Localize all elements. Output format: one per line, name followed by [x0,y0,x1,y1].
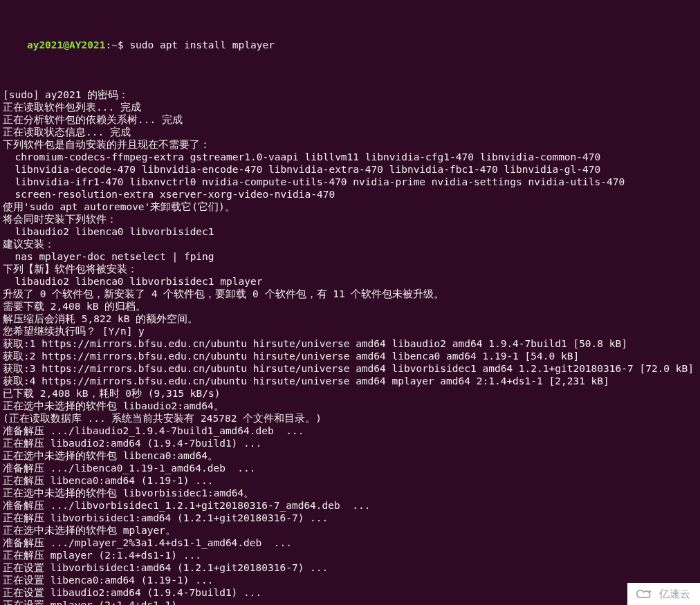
output-line: 正在设置 libvorbisidec1:amd64 (1.2.1+git2018… [3,561,697,574]
command-text: sudo apt install mplayer [129,39,275,50]
output-line: 正在解压 libenca0:amd64 (1.19-1) ... [3,474,697,487]
output-line: 准备解压 .../libvorbisidec1_1.2.1+git2018031… [3,499,697,512]
terminal-output: [sudo] ay2021 的密码：正在读取软件包列表... 完成正在分析软件包… [3,89,697,605]
cloud-icon [634,587,655,601]
output-line: 准备解压 .../libenca0_1.19-1_amd64.deb ... [3,462,697,474]
output-line: (正在读取数据库 ... 系统当前共安装有 245782 个文件和目录。) [3,412,697,425]
output-line: 准备解压 .../libaudio2_1.9.4-7build1_amd64.d… [3,425,697,437]
svg-point-0 [649,590,651,593]
prompt-at: @ [63,39,69,50]
prompt-path: ~ [111,39,118,50]
output-line: 您希望继续执行吗？ [Y/n] y [3,325,697,337]
output-line: 正在选中未选择的软件包 libvorbisidec1:amd64。 [3,487,697,499]
output-line: 正在解压 mplayer (2:1.4+ds1-1) ... [3,549,697,561]
prompt-dollar: $ [118,39,129,50]
output-line: 正在解压 libaudio2:amd64 (1.9.4-7build1) ... [3,437,697,449]
output-line: libaudio2 libenca0 libvorbisidec1 mplaye… [3,275,697,288]
output-line: 正在分析软件包的依赖关系树... 完成 [3,113,697,126]
terminal[interactable]: ay2021@AY2021:~$ sudo apt install mplaye… [0,0,700,605]
output-line: 正在选中未选择的软件包 mplayer。 [3,524,697,537]
output-line: 解压缩后会消耗 5,822 kB 的额外空间。 [3,313,697,325]
output-line: 下列软件包是自动安装的并且现在不需要了： [3,138,697,151]
output-line: 获取:4 https://mirrors.bfsu.edu.cn/ubuntu … [3,375,697,387]
output-line: 获取:2 https://mirrors.bfsu.edu.cn/ubuntu … [3,350,697,362]
prompt-line-1: ay2021@AY2021:~$ sudo apt install mplaye… [3,26,697,64]
output-line: libnvidia-ifr1-470 libxnvctrl0 nvidia-co… [3,176,697,188]
output-line: libaudio2 libenca0 libvorbisidec1 [3,225,697,238]
output-line: libnvidia-decode-470 libnvidia-encode-47… [3,163,697,176]
output-line: screen-resolution-extra xserver-xorg-vid… [3,188,697,201]
output-line: 将会同时安装下列软件： [3,213,697,225]
output-line: 需要下载 2,408 kB 的归档。 [3,300,697,313]
output-line: 已下载 2,408 kB，耗时 0秒 (9,315 kB/s) [3,387,697,400]
output-line: 正在选中未选择的软件包 libenca0:amd64。 [3,449,697,462]
output-line: 使用'sudo apt autoremove'来卸载它(它们)。 [3,201,697,213]
output-line: 正在读取软件包列表... 完成 [3,101,697,113]
watermark: 亿速云 [627,583,700,605]
output-line: 下列【新】软件包将被安装： [3,263,697,275]
prompt-host: AY2021 [69,39,105,50]
output-line: 正在设置 mplayer (2:1.4+ds1-1) ... [3,599,697,605]
output-line: 正在设置 libaudio2:amd64 (1.9.4-7build1) ... [3,586,697,599]
output-line: 正在读取状态信息... 完成 [3,126,697,138]
prompt-colon: : [105,39,111,50]
output-line: 正在选中未选择的软件包 libaudio2:amd64。 [3,400,697,412]
output-line: 获取:3 https://mirrors.bfsu.edu.cn/ubuntu … [3,362,697,375]
output-line: 正在设置 libenca0:amd64 (1.19-1) ... [3,574,697,586]
output-line: 正在解压 libvorbisidec1:amd64 (1.2.1+git2018… [3,512,697,524]
watermark-text: 亿速云 [659,588,690,600]
output-line: 升级了 0 个软件包，新安装了 4 个软件包，要卸载 0 个软件包，有 11 个… [3,288,697,300]
output-line: [sudo] ay2021 的密码： [3,89,697,101]
prompt-user: ay2021 [27,39,63,50]
output-line: nas mplayer-doc netselect | fping [3,250,697,263]
output-line: chromium-codecs-ffmpeg-extra gstreamer1.… [3,151,697,163]
output-line: 获取:1 https://mirrors.bfsu.edu.cn/ubuntu … [3,337,697,350]
output-line: 准备解压 .../mplayer_2%3a1.4+ds1-1_amd64.deb… [3,537,697,549]
output-line: 建议安装： [3,238,697,250]
